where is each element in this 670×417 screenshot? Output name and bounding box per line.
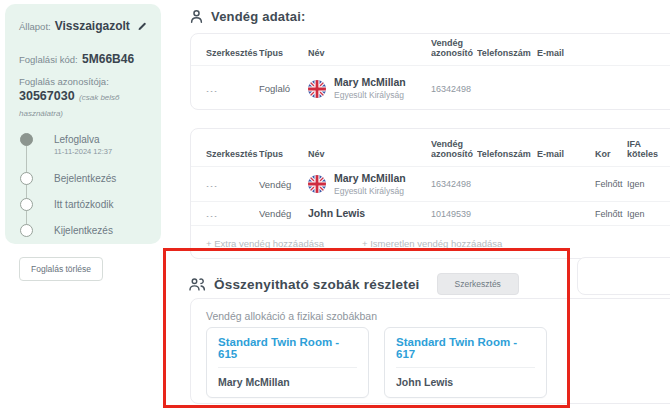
timeline-step-staying: Itt tartózkodik — [20, 198, 147, 224]
guest-data-header: Vendég adatai: — [189, 9, 306, 24]
people-icon — [188, 277, 206, 292]
row-actions-button[interactable]: ... — [206, 181, 218, 187]
person-icon — [189, 9, 204, 24]
timeline-step-date: 11-11-2024 12:37 — [54, 147, 112, 156]
timeline-step-label: Kijelentkezés — [54, 225, 113, 236]
col-header: Kor — [595, 149, 611, 159]
col-header: Típus — [259, 48, 283, 58]
booking-code-row: Foglalási kód: 5M66B46 — [19, 49, 147, 67]
timeline-step-label: Bejelentkezés — [54, 173, 116, 184]
timeline-step-checkout: Kijelentkezés — [20, 224, 147, 244]
guest-name: John Lewis — [308, 208, 365, 219]
col-header: Típus — [259, 149, 283, 159]
col-header: Szerkesztés — [206, 48, 258, 58]
table-row: ... Vendég John Lewis 10149539 Felnőtt I… — [191, 201, 670, 225]
guest-name: Mary McMillan — [334, 77, 406, 88]
room-card: Standard Twin Room - 615 Mary McMillan — [206, 327, 369, 398]
timeline-dot-empty — [20, 198, 33, 211]
booking-timeline: Lefoglalva 11-11-2024 12:37 Bejelentkezé… — [20, 133, 147, 244]
booker-table-panel: Szerkesztés Típus Név Vendég azonosító T… — [190, 33, 670, 110]
booking-code-label: Foglalási kód: — [19, 54, 78, 65]
timeline-step-booked: Lefoglalva 11-11-2024 12:37 — [20, 133, 147, 172]
timeline-step-checkin: Bejelentkezés — [20, 172, 147, 198]
add-guest-links: + Extra vendég hozzáadása + Ismeretlen v… — [191, 225, 670, 260]
cutoff-panel-fragment — [577, 257, 670, 295]
col-header: E-mail — [537, 48, 564, 58]
timeline-dot-empty — [20, 224, 33, 237]
section-title: Összenyitható szobák részletei — [214, 277, 420, 292]
col-header: Név — [308, 149, 325, 159]
room-allocation-subtitle: Vendég allokáció a fizikai szobákban — [206, 310, 664, 322]
booking-code-value: 5M66B46 — [82, 52, 134, 66]
col-header: Név — [308, 48, 325, 58]
room-card: Standard Twin Room - 617 John Lewis — [384, 327, 547, 398]
guest-age: Felnőtt — [595, 209, 623, 219]
connecting-rooms-header: Összenyitható szobák részletei Szerkeszt… — [188, 273, 519, 295]
row-actions-button[interactable]: ... — [206, 211, 218, 217]
guest-name: Mary McMillan — [334, 173, 406, 184]
guest-ifa: Igen — [627, 209, 645, 219]
booking-id-label: Foglalás azonosítója: — [19, 76, 109, 87]
booker-table-header: Szerkesztés Típus Név Vendég azonosító T… — [191, 34, 670, 65]
col-header: Szerkesztés — [206, 149, 258, 159]
room-name-link[interactable]: Standard Twin Room - 615 — [218, 336, 357, 368]
table-row: ... Foglaló Mary McMillan Egyesült Kirá — [191, 65, 670, 111]
timeline-dot-filled — [20, 133, 33, 146]
page-title: Vendég adatai: — [211, 9, 306, 24]
row-actions-button[interactable]: ... — [206, 86, 218, 92]
col-header: Telefonszám — [477, 48, 531, 58]
room-name-link[interactable]: Standard Twin Room - 617 — [396, 336, 535, 368]
status-row: Állapot: Visszaigazolt — [19, 19, 147, 33]
booking-id-value: 30567030 — [19, 89, 75, 103]
col-header: Vendég azonosító — [431, 139, 473, 159]
guests-table-header: Szerkesztés Típus Név Vendég azonosító T… — [191, 129, 670, 166]
status-label: Állapot: — [19, 21, 51, 32]
table-row: ... Vendég Mary McMillan Egyesült Királ — [191, 166, 670, 201]
timeline-step-label: Lefoglalva — [54, 134, 112, 145]
col-header: Vendég azonosító — [431, 38, 473, 58]
status-value: Visszaigazolt — [55, 19, 130, 33]
uk-flag-icon — [308, 80, 326, 98]
guest-type: Foglaló — [259, 83, 290, 94]
room-guest-name: Mary McMillan — [218, 376, 357, 388]
guests-table-panel: Szerkesztés Típus Név Vendég azonosító T… — [190, 128, 670, 259]
guest-country: Egyesült Királyság — [334, 186, 406, 196]
edit-rooms-button[interactable]: Szerkesztés — [437, 273, 519, 295]
booking-id-row: Foglalás azonosítója: 30567030 (csak bel… — [19, 73, 147, 120]
room-guest-name: John Lewis — [396, 376, 535, 388]
edit-status-icon[interactable] — [137, 21, 147, 32]
col-header: Telefonszám — [477, 149, 531, 159]
booking-status-sidebar: Állapot: Visszaigazolt Foglalási kód: 5M… — [5, 4, 161, 244]
add-extra-guest-link[interactable]: + Extra vendég hozzáadása — [206, 238, 324, 249]
cancel-booking-button[interactable]: Foglalás törlése — [19, 257, 103, 281]
guest-id: 10149539 — [431, 209, 471, 219]
timeline-dot-empty — [20, 172, 33, 185]
col-header: E-mail — [537, 149, 564, 159]
guest-age: Felnőtt — [595, 179, 623, 189]
col-header: IFA köteles — [627, 139, 670, 159]
guest-type: Vendég — [259, 208, 291, 219]
add-unknown-guest-link[interactable]: + Ismeretlen vendég hozzáadása — [362, 238, 502, 249]
guest-id: 16342498 — [431, 84, 471, 94]
timeline-step-label: Itt tartózkodik — [54, 199, 113, 210]
guest-ifa: Igen — [627, 179, 645, 189]
guest-type: Vendég — [259, 179, 291, 190]
guest-id: 16342498 — [431, 179, 471, 189]
room-allocation-panel: Vendég allokáció a fizikai szobákban Sta… — [190, 298, 670, 404]
guest-country: Egyesült Királyság — [334, 90, 406, 100]
uk-flag-icon — [308, 175, 326, 193]
